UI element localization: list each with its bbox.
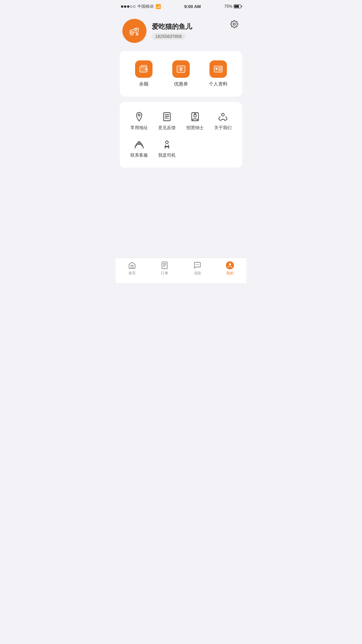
svg-rect-27 (162, 262, 167, 269)
svg-point-24 (222, 113, 224, 116)
wifi-icon: 📶 (156, 4, 161, 9)
status-left: 中国移动 📶 (121, 4, 161, 9)
svg-point-23 (194, 114, 196, 117)
location-icon (134, 111, 144, 122)
tab-order[interactable]: 订单 (148, 261, 181, 276)
status-bar: 中国移动 📶 9:00 AM 75% (116, 0, 246, 12)
svg-rect-4 (134, 28, 137, 31)
action-coupon[interactable]: ¥ 优惠券 (162, 60, 199, 87)
profile-section: 爱吃猫的鱼儿 18255637856 (116, 12, 246, 51)
home-icon (128, 261, 136, 269)
signal-dot-3 (127, 5, 129, 8)
tab-bar: 首页 订单 消息 我的 (116, 258, 246, 283)
signal-dot-4 (130, 5, 132, 8)
tab-message[interactable]: 消息 (181, 261, 214, 276)
profile-icon-box (209, 60, 227, 78)
svg-point-12 (216, 68, 218, 70)
balance-icon-box (135, 60, 153, 78)
tab-mine-label: 我的 (226, 271, 234, 276)
profile-label: 个人资料 (209, 81, 228, 87)
balance-label: 余额 (139, 81, 148, 87)
signal-dot-1 (121, 5, 123, 8)
signal-dot-2 (124, 5, 126, 8)
mine-avatar-icon (227, 263, 233, 268)
about-label: 关于我们 (214, 125, 232, 131)
feedback-label: 意见反馈 (158, 125, 176, 131)
coupon-label: 优惠券 (174, 81, 188, 87)
profile-phone: 18255637856 (152, 33, 185, 40)
svg-text:¥: ¥ (180, 66, 183, 72)
status-time: 9:00 AM (184, 4, 201, 9)
svg-point-34 (229, 263, 231, 265)
svg-point-1 (131, 33, 132, 34)
battery-percent: 75% (224, 4, 232, 9)
wallet-icon (139, 64, 148, 74)
carrier-text: 中国移动 (137, 4, 154, 9)
main-content: 爱吃猫的鱼儿 18255637856 (116, 12, 246, 258)
action-balance[interactable]: 余额 (125, 60, 162, 87)
avatar-icon (128, 25, 140, 37)
feedback-icon: ! (162, 111, 172, 122)
svg-rect-17 (164, 113, 170, 121)
svg-point-3 (137, 34, 137, 35)
driver-label: 我是司机 (158, 152, 176, 158)
menu-address[interactable]: 常用地址 (125, 111, 153, 131)
recruit-label: 招贤纳士 (186, 125, 204, 131)
settings-button[interactable] (229, 19, 240, 30)
avatar[interactable] (122, 19, 146, 43)
svg-text:!: ! (168, 117, 169, 120)
battery-fill (234, 5, 239, 8)
profile-name: 爱吃猫的鱼儿 (152, 22, 240, 31)
menu-feedback[interactable]: ! 意见反馈 (153, 111, 181, 131)
spacer (116, 173, 246, 240)
svg-point-16 (138, 114, 140, 116)
menu-grid: 常用地址 ! 意见反馈 (125, 111, 237, 158)
address-label: 常用地址 (130, 125, 148, 131)
action-profile[interactable]: 个人资料 (200, 60, 237, 87)
menu-card: 常用地址 ! 意见反馈 (120, 102, 242, 168)
settings-icon (230, 20, 238, 28)
status-right: 75% (224, 4, 241, 9)
recruit-icon (190, 111, 200, 122)
driver-icon (162, 139, 172, 150)
menu-driver[interactable]: 我是司机 (153, 139, 181, 158)
service-label: 联系客服 (130, 152, 148, 158)
mine-avatar (226, 261, 234, 269)
tab-message-label: 消息 (194, 271, 201, 276)
service-icon (134, 139, 144, 150)
menu-about[interactable]: 关于我们 (209, 111, 237, 131)
tab-home-label: 首页 (128, 271, 136, 276)
signal-dot-5 (133, 5, 135, 8)
coupon-icon-box: ¥ (172, 60, 190, 78)
svg-point-5 (233, 23, 235, 25)
tab-order-label: 订单 (161, 271, 168, 276)
tab-mine[interactable]: 我的 (214, 261, 247, 276)
battery-icon (234, 4, 241, 8)
battery-container (234, 4, 241, 8)
svg-point-8 (146, 69, 146, 70)
menu-recruit[interactable]: 招贤纳士 (181, 111, 209, 131)
profile-info: 爱吃猫的鱼儿 18255637856 (152, 22, 240, 40)
profile-card-icon (214, 64, 223, 74)
coupon-icon: ¥ (176, 64, 186, 74)
signal-dots (121, 5, 135, 8)
about-icon (218, 111, 228, 122)
menu-service[interactable]: 联系客服 (125, 139, 153, 158)
quick-actions-card: 余额 ¥ 优惠券 (120, 51, 242, 97)
svg-point-26 (166, 141, 168, 144)
message-icon (193, 261, 201, 269)
quick-actions: 余额 ¥ 优惠券 (125, 60, 237, 87)
tab-home[interactable]: 首页 (116, 261, 148, 276)
order-icon (161, 261, 169, 269)
